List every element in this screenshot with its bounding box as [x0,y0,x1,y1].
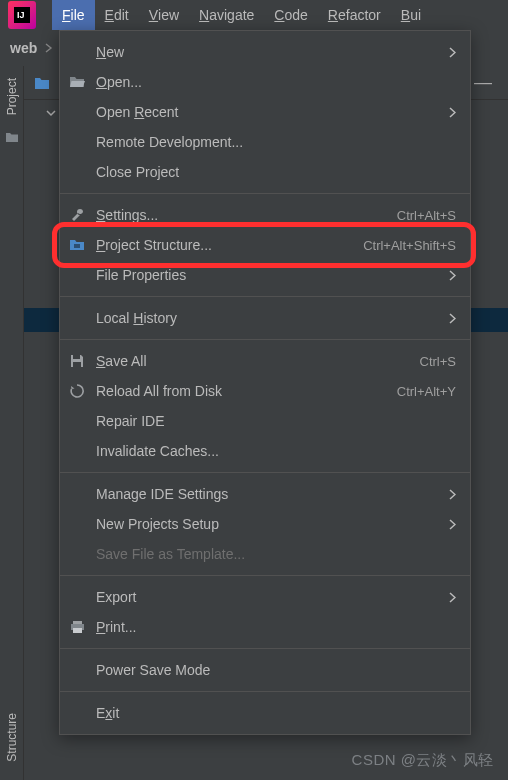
no-icon [68,588,86,606]
no-icon [68,266,86,284]
collapse-button[interactable]: — [468,72,498,93]
menu-item-label: Export [96,589,441,605]
menu-item-edit[interactable]: Edit [95,0,139,30]
no-icon [68,103,86,121]
menu-item-label: Print... [96,619,456,635]
menu-item-label: New [96,44,441,60]
sidebar-item-project[interactable]: Project [2,66,22,127]
no-icon [68,515,86,533]
menu-item-label: Open Recent [96,104,441,120]
menu-item-remote-development[interactable]: Remote Development... [60,127,470,157]
chevron-right-icon [449,47,456,58]
reload-icon [68,382,86,400]
folder-open-icon [68,73,86,91]
project-folder-icon [34,76,50,90]
project-structure-icon [68,236,86,254]
svg-rect-2 [74,244,80,248]
menu-item-label: Invalidate Caches... [96,443,456,459]
menu-item-settings[interactable]: Settings...Ctrl+Alt+S [60,200,470,230]
menu-item-refactor[interactable]: Refactor [318,0,391,30]
no-icon [68,163,86,181]
svg-rect-5 [73,621,82,624]
no-icon [68,43,86,61]
menu-item-label: Power Save Mode [96,662,456,678]
menu-item-label: Save All [96,353,420,369]
no-icon [68,661,86,679]
menu-item-label: Repair IDE [96,413,456,429]
menu-item-close-project[interactable]: Close Project [60,157,470,187]
chevron-right-icon [449,592,456,603]
menu-item-shortcut: Ctrl+Alt+Shift+S [363,238,456,253]
menu-item-shortcut: Ctrl+S [420,354,456,369]
menu-item-new-projects-setup[interactable]: New Projects Setup [60,509,470,539]
chevron-down-icon [46,108,56,118]
no-icon [68,133,86,151]
sidebar-item-label: Structure [5,713,19,762]
menu-item-file-properties[interactable]: File Properties [60,260,470,290]
menu-separator [60,472,470,473]
menu-separator [60,648,470,649]
menu-item-view[interactable]: View [139,0,189,30]
folder-icon [5,131,19,143]
no-icon [68,412,86,430]
menu-item-label: Reload All from Disk [96,383,397,399]
save-icon [68,352,86,370]
no-icon [68,545,86,563]
menu-item-label: Local History [96,310,441,326]
chevron-right-icon [449,107,456,118]
menu-item-bui[interactable]: Bui [391,0,431,30]
app-icon: IJ [8,1,36,29]
menu-item-invalidate-caches[interactable]: Invalidate Caches... [60,436,470,466]
menu-item-file[interactable]: File [52,0,95,30]
print-icon [68,618,86,636]
svg-rect-4 [73,362,81,367]
chevron-right-icon [449,313,456,324]
menu-item-code[interactable]: Code [264,0,317,30]
sidebar-item-structure[interactable]: Structure [2,701,22,774]
menu-separator [60,339,470,340]
menu-separator [60,296,470,297]
menu-separator [60,575,470,576]
no-icon [68,704,86,722]
menu-item-navigate[interactable]: Navigate [189,0,264,30]
file-menu-dropdown: NewOpen...Open RecentRemote Development.… [59,30,471,735]
menubar: IJ FileEditViewNavigateCodeRefactorBui [0,0,508,30]
menu-item-new[interactable]: New [60,37,470,67]
menu-item-open-recent[interactable]: Open Recent [60,97,470,127]
menu-item-manage-ide-settings[interactable]: Manage IDE Settings [60,479,470,509]
menu-item-label: Project Structure... [96,237,363,253]
menu-item-project-structure[interactable]: Project Structure...Ctrl+Alt+Shift+S [60,230,470,260]
no-icon [68,485,86,503]
menu-item-repair-ide[interactable]: Repair IDE [60,406,470,436]
menu-item-label: Exit [96,705,456,721]
sidebar-item-label: Project [5,78,19,115]
menu-item-label: Remote Development... [96,134,456,150]
menu-separator [60,193,470,194]
menu-item-open[interactable]: Open... [60,67,470,97]
chevron-right-icon [449,519,456,530]
menu-item-exit[interactable]: Exit [60,698,470,728]
menu-item-print[interactable]: Print... [60,612,470,642]
menu-item-save-all[interactable]: Save AllCtrl+S [60,346,470,376]
menu-item-export[interactable]: Export [60,582,470,612]
menu-item-local-history[interactable]: Local History [60,303,470,333]
svg-rect-3 [73,355,80,359]
sidebar: Project Structure [0,66,24,780]
menu-item-reload-all-from-disk[interactable]: Reload All from DiskCtrl+Alt+Y [60,376,470,406]
watermark: CSDN @云淡丶风轻 [352,751,494,770]
menu-item-label: Close Project [96,164,456,180]
menu-item-label: New Projects Setup [96,516,441,532]
menu-item-label: File Properties [96,267,441,283]
wrench-icon [68,206,86,224]
menu-item-label: Save File as Template... [96,546,456,562]
menu-item-label: Settings... [96,207,397,223]
menu-separator [60,691,470,692]
svg-text:IJ: IJ [17,10,25,20]
chevron-right-icon [45,43,53,53]
menu-item-save-file-as-template: Save File as Template... [60,539,470,569]
breadcrumb-root[interactable]: web [10,40,37,56]
chevron-right-icon [449,489,456,500]
menu-item-power-save-mode[interactable]: Power Save Mode [60,655,470,685]
no-icon [68,442,86,460]
menu-item-label: Manage IDE Settings [96,486,441,502]
